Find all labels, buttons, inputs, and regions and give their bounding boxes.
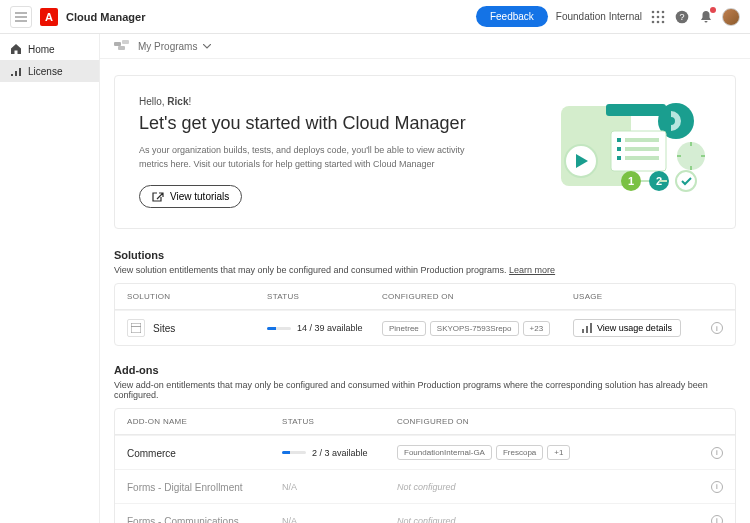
solutions-section: Solutions View solution entitlements tha… [100,249,750,346]
status-text: 2 / 3 available [312,448,368,458]
svg-rect-16 [118,46,125,50]
top-bar: A Cloud Manager Feedback Foundation Inte… [0,0,750,34]
svg-point-6 [652,20,655,23]
svg-rect-15 [122,40,129,44]
not-configured: Not configured [397,516,456,524]
hero-illustration: 1 2 [531,96,711,196]
solution-row: Sites 14 / 39 available Pinetree SKYOPS-… [115,310,735,345]
svg-point-3 [652,15,655,18]
svg-rect-18 [606,104,666,116]
sites-icon [127,319,145,337]
info-icon[interactable]: i [711,481,723,493]
solutions-learn-more[interactable]: Learn more [509,265,555,275]
svg-point-4 [657,15,660,18]
hello-text: Hello, Rick! [139,96,511,107]
not-configured: Not configured [397,482,456,492]
org-name[interactable]: Foundation Internal [556,11,642,22]
info-icon[interactable]: i [711,322,723,334]
th-addon-name: ADD-ON NAME [127,417,282,426]
svg-rect-36 [582,329,584,333]
sidebar-item-label: License [28,66,62,77]
solutions-desc: View solution entitlements that may only… [114,265,736,275]
feedback-button[interactable]: Feedback [476,6,548,27]
svg-point-2 [662,10,665,13]
chip[interactable]: FoundationInternal-GA [397,445,492,460]
svg-point-5 [662,15,665,18]
svg-point-20 [677,142,705,170]
status-bar [282,451,306,454]
hero-title: Let's get you started with Cloud Manager [139,113,511,134]
addons-section: Add-ons View add-on entitlements that ma… [100,364,750,523]
main: My Programs Hello, Rick! Let's get you s… [100,34,750,523]
hero-card: Hello, Rick! Let's get you started with … [114,75,736,229]
info-icon[interactable]: i [711,447,723,459]
hamburger-icon [15,12,27,22]
svg-text:1: 1 [628,175,634,187]
brand-name: Cloud Manager [66,11,145,23]
programs-dropdown[interactable]: My Programs [138,41,211,52]
sidebar-item-label: Home [28,44,55,55]
solutions-table: SOLUTION STATUS CONFIGURED ON USAGE Site… [114,283,736,346]
th-configured: CONFIGURED ON [397,417,703,426]
solutions-title: Solutions [114,249,736,261]
th-status: STATUS [282,417,397,426]
svg-text:?: ? [679,12,684,22]
chip[interactable]: +23 [523,321,551,336]
na-text: N/A [282,516,297,524]
th-configured: CONFIGURED ON [382,292,573,301]
menu-toggle[interactable] [10,6,32,28]
breadcrumb-bar: My Programs [100,34,750,59]
svg-rect-12 [15,71,17,76]
status-text: 14 / 39 available [297,323,363,333]
solution-name: Sites [153,323,175,334]
svg-rect-24 [625,138,659,142]
chevron-down-icon [203,44,211,49]
chip[interactable]: +1 [547,445,570,460]
svg-rect-26 [625,147,659,151]
th-solution: SOLUTION [127,292,267,301]
addons-table: ADD-ON NAME STATUS CONFIGURED ON Commerc… [114,408,736,523]
programs-icon [114,40,130,52]
external-link-icon [152,192,164,202]
addon-row: Forms - Communications N/A Not configure… [115,503,735,523]
addon-name: Forms - Communications [127,516,239,524]
chip[interactable]: Frescopa [496,445,543,460]
svg-rect-11 [11,74,13,76]
help-icon[interactable]: ? [674,9,690,25]
adobe-logo-icon: A [40,8,58,26]
addons-title: Add-ons [114,364,736,376]
addons-desc: View add-on entitlements that may only b… [114,380,736,400]
svg-rect-14 [114,42,121,46]
na-text: N/A [282,482,297,492]
chip[interactable]: SKYOPS-7593Srepo [430,321,519,336]
addon-row: Forms - Digital Enrollment N/A Not confi… [115,469,735,503]
view-usage-button[interactable]: View usage details [573,319,681,337]
addon-name: Commerce [127,448,176,459]
svg-point-0 [652,10,655,13]
status-bar [267,327,291,330]
svg-point-8 [662,20,665,23]
svg-rect-25 [617,147,621,151]
view-tutorials-button[interactable]: View tutorials [139,185,242,208]
svg-rect-27 [617,156,621,160]
addon-row: Commerce 2 / 3 available FoundationInter… [115,435,735,469]
apps-icon[interactable] [650,9,666,25]
svg-point-33 [676,171,696,191]
sidebar-item-home[interactable]: Home [0,38,99,60]
notifications-icon[interactable] [698,9,714,25]
sidebar-item-license[interactable]: License [0,60,99,82]
svg-rect-38 [590,323,592,333]
home-icon [10,43,22,55]
svg-point-7 [657,20,660,23]
user-avatar[interactable] [722,8,740,26]
svg-rect-28 [625,156,659,160]
info-icon[interactable]: i [711,515,723,524]
svg-rect-23 [617,138,621,142]
license-icon [10,65,22,77]
svg-rect-37 [586,326,588,333]
hero-description: As your organization builds, tests, and … [139,144,479,171]
programs-label: My Programs [138,41,197,52]
chip[interactable]: Pinetree [382,321,426,336]
svg-rect-35 [131,326,141,327]
svg-rect-34 [131,323,141,333]
